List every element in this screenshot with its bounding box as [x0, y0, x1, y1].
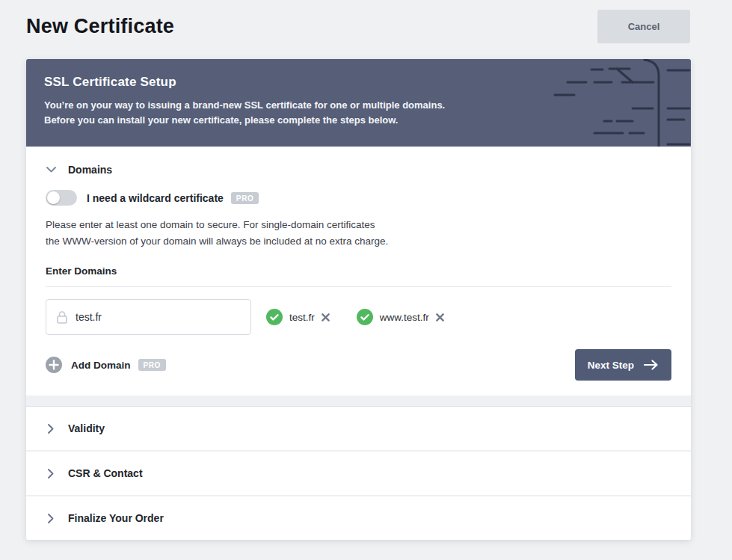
page-title: New Certificate	[26, 15, 174, 38]
next-step-label: Next Step	[588, 360, 634, 371]
add-domain-label: Add Domain	[71, 360, 131, 371]
section-csr-contact-title: CSR & Contact	[68, 467, 143, 479]
lock-icon	[57, 311, 67, 324]
wildcard-toggle-label: I need a wildcard certificate	[87, 192, 224, 204]
section-validity-title: Validity	[68, 422, 105, 434]
cancel-button[interactable]: Cancel	[597, 10, 690, 43]
arrow-right-icon	[644, 360, 659, 370]
card-header: SSL Certificate Setup You’re on your way…	[26, 59, 691, 147]
section-finalize-order[interactable]: Finalize Your Order	[26, 496, 691, 540]
check-circle-icon	[357, 309, 373, 325]
remove-domain-icon[interactable]	[322, 313, 330, 321]
domains-help-text: Please enter at least one domain to secu…	[46, 217, 671, 249]
section-csr-contact[interactable]: CSR & Contact	[26, 452, 691, 495]
section-validity[interactable]: Validity	[26, 407, 691, 450]
chevron-right-icon	[46, 424, 56, 434]
ssl-setup-card: SSL Certificate Setup You’re on your way…	[26, 59, 691, 540]
chevron-down-icon	[46, 167, 56, 173]
domain-input-wrap	[46, 299, 251, 335]
next-step-button[interactable]: Next Step	[575, 349, 671, 381]
domains-help-line2: the WWW-version of your domain will alwa…	[46, 233, 671, 250]
section-divider	[26, 396, 691, 407]
plus-circle-icon	[46, 357, 62, 373]
wildcard-toggle[interactable]	[46, 190, 77, 206]
section-finalize-order-title: Finalize Your Order	[68, 512, 164, 524]
domains-section-header[interactable]: Domains	[46, 147, 671, 176]
domain-chip-label: test.fr	[289, 312, 315, 323]
pro-badge: PRO	[231, 192, 259, 204]
domain-chip-label: www.test.fr	[380, 312, 429, 323]
chevron-right-icon	[46, 469, 56, 479]
section-domains: Domains I need a wildcard certificate PR…	[26, 147, 691, 396]
add-domain-button[interactable]: Add Domain PRO	[46, 357, 166, 373]
domains-help-line1: Please enter at least one domain to secu…	[46, 217, 671, 233]
certificate-illustration-icon	[511, 59, 691, 147]
pro-badge: PRO	[138, 359, 166, 371]
toggle-knob	[47, 191, 60, 204]
domain-chip: www.test.fr	[357, 309, 444, 325]
domains-section-title: Domains	[68, 164, 112, 176]
page-header: New Certificate Cancel	[0, 0, 732, 43]
domain-chip: test.fr	[266, 309, 330, 325]
check-circle-icon	[266, 309, 283, 325]
wildcard-toggle-row: I need a wildcard certificate PRO	[46, 190, 671, 206]
enter-domains-label: Enter Domains	[46, 265, 671, 287]
chevron-right-icon	[46, 514, 56, 523]
domain-input-row: test.fr www.test.fr	[46, 299, 671, 335]
domain-input[interactable]	[76, 311, 240, 323]
domains-actions-row: Add Domain PRO Next Step	[46, 349, 671, 381]
remove-domain-icon[interactable]	[436, 313, 444, 321]
